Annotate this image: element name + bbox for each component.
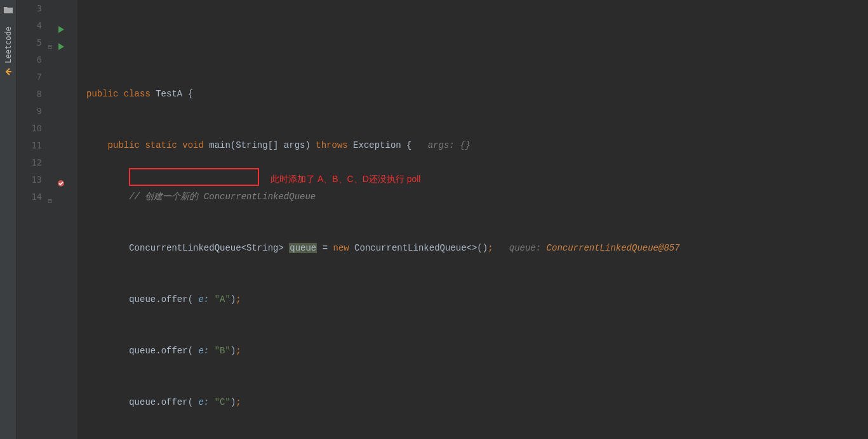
folder-icon[interactable] (4, 6, 13, 14)
run-gutter-icon[interactable] (58, 22, 65, 39)
fold-icon[interactable]: ⊟ (48, 192, 52, 209)
code-area[interactable]: public class TestA { public static void … (77, 0, 868, 439)
annotation-text: 此时添加了 A、B、C、D还没执行 poll (270, 171, 420, 188)
leetcode-tab[interactable]: Leetcode (4, 27, 13, 63)
tool-window-rail: Leetcode (0, 0, 17, 439)
run-gutter-icon[interactable] (58, 39, 65, 56)
gutter: 3 4 5⊟ 6 7 8 9 10 11 12 13 14⊟ (17, 0, 77, 439)
code-editor[interactable]: 3 4 5⊟ 6 7 8 9 10 11 12 13 14⊟ public cl… (17, 0, 868, 439)
breakpoint-icon[interactable] (57, 176, 65, 193)
annotation-box (129, 168, 259, 186)
fold-icon[interactable]: ⊟ (48, 38, 52, 55)
leetcode-icon[interactable] (4, 67, 13, 76)
